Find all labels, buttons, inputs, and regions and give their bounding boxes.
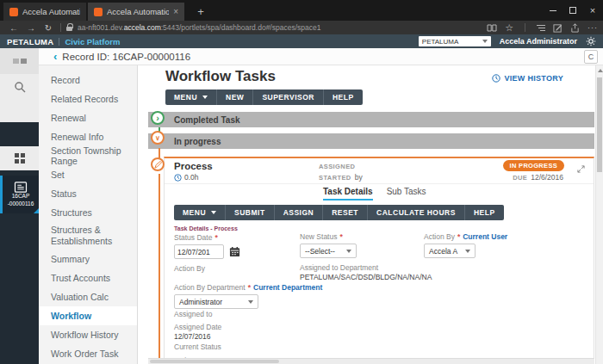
submit-button[interactable]: SUBMIT — [226, 205, 275, 220]
task-inprogress-circle[interactable]: ∨ — [151, 131, 165, 145]
chevron-down-icon — [248, 300, 253, 304]
action-by-label: Action By*Current User — [424, 232, 507, 241]
sidebar-item-structures-establishments[interactable]: Structures & Establishments — [39, 222, 137, 250]
chevron-down-icon — [465, 250, 470, 253]
accordion-row-completed-task[interactable]: Completed Task — [148, 112, 594, 127]
tab-close-icon[interactable]: × — [169, 7, 178, 16]
favorites-star-icon[interactable]: ☆ — [505, 23, 513, 33]
agency-select[interactable]: PETALUMA — [419, 36, 491, 46]
supervisor-button[interactable]: SUPERVISOR — [253, 89, 324, 105]
calculate-hours-button[interactable]: CALCULATE HOURS — [368, 205, 465, 220]
timeline-connector — [159, 174, 160, 358]
address-bar: ← → ↻ aa-nft001.dev.accela.com:5443/port… — [0, 21, 603, 34]
web-note-icon[interactable] — [553, 23, 563, 33]
minimize-button[interactable] — [543, 0, 563, 21]
more-icon[interactable]: ··· — [587, 23, 598, 32]
calendar-button[interactable] — [227, 244, 242, 259]
sidebar-item-status[interactable]: Status — [39, 184, 137, 203]
view-history-link[interactable]: VIEW HISTORY — [492, 74, 563, 83]
new-status-select[interactable]: --Select-- — [300, 244, 357, 258]
agency-name: PETALUMA — [7, 37, 53, 46]
scrollbar-thumb[interactable] — [150, 360, 279, 363]
pencil-icon — [154, 161, 162, 169]
current-status-field: Current Status — [174, 342, 221, 354]
accordion-row-in-progress[interactable]: In progress — [148, 133, 594, 149]
workflow-toolbar: MENU NEW SUPERVISOR HELP — [165, 89, 363, 105]
reset-button[interactable]: RESET — [323, 205, 368, 220]
accela-favicon — [94, 8, 103, 16]
launchpad-button[interactable] — [0, 48, 39, 74]
scroll-up-arrow[interactable] — [598, 69, 603, 72]
reading-view-icon[interactable] — [487, 24, 497, 32]
record-id-title: Record ID: 16CAP-00000116 — [62, 52, 190, 62]
action-by-department-select[interactable]: Administrator — [174, 294, 258, 309]
status-date-input[interactable] — [174, 244, 224, 259]
task-completed-circle[interactable]: › — [151, 111, 165, 125]
sidebar-item-structures[interactable]: Structures — [39, 203, 137, 222]
sidebar-item-renewal-info[interactable]: Renewal Info — [39, 127, 137, 146]
calendar-icon — [229, 246, 240, 257]
new-tab-button[interactable]: + — [191, 3, 210, 21]
sidebar-item-trust-accounts[interactable]: Trust Accounts — [39, 268, 137, 287]
product-name[interactable]: Civic Platform — [65, 37, 120, 46]
assigned-label: ASSIGNED — [319, 163, 355, 170]
sidebar-item-related-records[interactable]: Related Records — [39, 89, 137, 108]
sidebar-item-valuation-calc[interactable]: Valuation Calc — [39, 287, 137, 306]
sidebar-item-record[interactable]: Record — [39, 71, 137, 89]
assign-button[interactable]: ASSIGN — [275, 205, 324, 220]
close-button[interactable]: × — [582, 0, 603, 21]
maximize-button[interactable] — [563, 0, 583, 21]
browser-tab-background[interactable]: Accela Automation® — [3, 3, 86, 21]
action-by-select[interactable]: Accela A — [424, 244, 476, 258]
divider — [525, 23, 525, 32]
hub-icon[interactable] — [537, 25, 545, 31]
sidebar-item-work-order-task[interactable]: Work Order Task — [39, 344, 137, 363]
task-edit-circle[interactable] — [151, 157, 165, 171]
current-department-link[interactable]: Current Department — [253, 283, 322, 292]
tab-sub-tasks[interactable]: Sub Tasks — [387, 187, 426, 201]
tab-title: Accela Automation® — [107, 7, 169, 16]
rail-record-card[interactable]: 16CAP-00000116 — [0, 176, 39, 213]
sidebar-item-set[interactable]: Set — [39, 165, 137, 184]
gear-icon[interactable] — [586, 36, 596, 46]
share-icon[interactable] — [570, 23, 580, 33]
sidebar-item-section-township-range[interactable]: Section Township Range — [39, 146, 137, 165]
main-content: Workflow Tasks VIEW HISTORY MENU NEW SUP… — [138, 65, 603, 364]
field-label: Assigned to Department — [300, 263, 432, 272]
clock-icon — [492, 74, 500, 83]
search-button[interactable] — [0, 74, 39, 100]
tab-task-details[interactable]: Task Details — [323, 187, 373, 201]
new-button[interactable]: NEW — [217, 89, 253, 105]
assigned-date-field: Assigned Date 12/07/2016 — [174, 323, 221, 341]
refresh-button[interactable]: ↻ — [40, 23, 57, 33]
content-refresh-button[interactable]: C — [584, 50, 598, 64]
sidebar-item-renewal[interactable]: Renewal — [39, 108, 137, 127]
sidebar-item-workflow-history[interactable]: Workflow History — [39, 325, 137, 344]
apps-button[interactable] — [0, 146, 39, 170]
app-header: PETALUMA Civic Platform PETALUMA Accela … — [0, 34, 603, 48]
back-chevron-icon[interactable]: ‹ — [53, 50, 57, 63]
expand-button[interactable] — [577, 161, 585, 176]
assigned-to-department-field: Assigned to Department PETALUMA/SAC/DSD/… — [300, 263, 432, 281]
tab-title: Accela Automation® — [22, 7, 80, 16]
scrollbar-thumb[interactable] — [597, 77, 602, 172]
horizontal-scrollbar[interactable] — [148, 358, 594, 364]
menu-button[interactable]: MENU — [165, 89, 217, 105]
current-user-link[interactable]: Current User — [463, 232, 507, 241]
task-menu-button[interactable]: MENU — [174, 205, 226, 220]
task-help-button[interactable]: HELP — [465, 205, 504, 220]
back-button[interactable]: ← — [5, 23, 22, 33]
sidebar-item-summary[interactable]: Summary — [39, 250, 137, 268]
sidebar-item-workflow[interactable]: Workflow — [39, 306, 137, 325]
due-label: DUE — [513, 174, 527, 182]
forward-button[interactable]: → — [22, 23, 40, 33]
address-url[interactable]: aa-nft001.dev.accela.com:5443/portlets/s… — [78, 23, 480, 32]
help-button[interactable]: HELP — [324, 89, 363, 105]
divider — [60, 23, 61, 32]
status-date-field: Task Details - Process Status Date* — [174, 225, 242, 259]
action-by-department-field: Action By Department*Current Department … — [174, 283, 322, 309]
vertical-scrollbar[interactable] — [595, 65, 603, 364]
started-by-value: by — [355, 173, 363, 182]
assigned-to-field: Assigned to — [174, 310, 212, 321]
browser-tab-active[interactable]: Accela Automation® × — [88, 3, 184, 21]
